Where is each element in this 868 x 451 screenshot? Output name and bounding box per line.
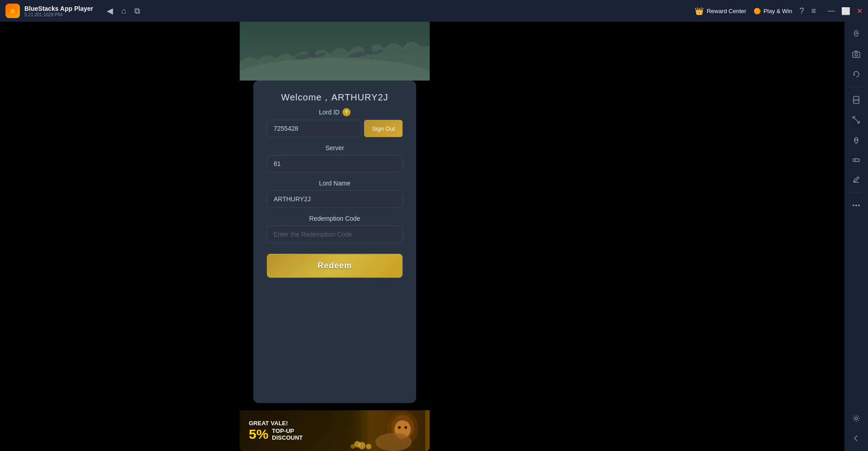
play-win-icon: 🟠 <box>754 8 761 14</box>
server-label-row: Server <box>267 144 403 152</box>
svg-rect-26 <box>853 159 859 161</box>
sidebar-icon-6[interactable] <box>847 131 865 149</box>
sidebar-icon-settings[interactable] <box>847 409 865 427</box>
svg-point-21 <box>855 53 858 56</box>
app-version: 5.21.201.1029 P64 <box>24 12 93 17</box>
svg-point-12 <box>375 433 412 451</box>
banner-lion-image <box>330 410 430 451</box>
sign-out-button[interactable]: Sign Out <box>364 120 403 137</box>
svg-point-32 <box>855 417 858 420</box>
lion-svg <box>335 410 425 451</box>
lord-name-label-row: Lord Name <box>267 180 403 187</box>
back-button[interactable]: ◀ <box>107 6 113 16</box>
titlebar: BlueStacks App Player 5.21.201.1029 P64 … <box>0 0 868 22</box>
game-wrapper: Welcome，ARTHURY2J Lord ID ? Sign Out Ser… <box>240 22 430 451</box>
left-panel <box>0 22 240 451</box>
sidebar-icon-8[interactable] <box>847 171 865 189</box>
sidebar-icon-1[interactable] <box>847 25 865 43</box>
lord-id-help-icon[interactable]: ? <box>342 108 351 116</box>
play-win-label: Play & Win <box>764 8 792 14</box>
lord-id-input-row: Sign Out <box>267 120 403 137</box>
titlebar-right: 👑 Reward Center 🟠 Play & Win ? ≡ — ⬜ ✕ <box>695 6 863 16</box>
reward-center-label: Reward Center <box>707 8 746 14</box>
sidebar-icon-2[interactable] <box>847 45 865 63</box>
sidebar-icon-7[interactable] <box>847 151 865 169</box>
banner-text: GREAT VALE! 5% TOP-UP DISCOUNT <box>240 420 312 442</box>
svg-point-14 <box>354 441 360 447</box>
header-silhouette-svg <box>240 22 430 81</box>
main-area: Welcome，ARTHURY2J Lord ID ? Sign Out Ser… <box>0 22 868 451</box>
svg-point-15 <box>366 444 371 449</box>
sidebar-icon-back[interactable] <box>847 429 865 447</box>
svg-point-25 <box>855 138 858 140</box>
svg-point-29 <box>853 204 854 206</box>
reward-center-button[interactable]: 👑 Reward Center <box>695 7 746 15</box>
lord-id-input[interactable] <box>267 120 361 137</box>
banner-percent: 5% <box>249 427 268 442</box>
lord-id-label: Lord ID <box>319 109 340 116</box>
server-label: Server <box>325 144 344 152</box>
titlebar-left: BlueStacks App Player 5.21.201.1029 P64 … <box>5 4 695 18</box>
game-inner: Welcome，ARTHURY2J Lord ID ? Sign Out Ser… <box>240 22 430 451</box>
svg-rect-20 <box>853 52 860 57</box>
svg-point-30 <box>855 204 857 206</box>
sidebar-icon-3[interactable] <box>847 65 865 83</box>
redeem-button[interactable]: Redeem <box>267 254 403 278</box>
window-controls: — ⬜ ✕ <box>828 7 863 15</box>
server-input[interactable] <box>267 155 403 172</box>
sidebar-icon-more[interactable] <box>847 196 865 214</box>
svg-point-11 <box>404 426 407 429</box>
app-name-block: BlueStacks App Player 5.21.201.1029 P64 <box>24 5 93 17</box>
sidebar-icon-4[interactable]: APK <box>847 91 865 109</box>
svg-point-31 <box>858 204 860 206</box>
help-button[interactable]: ? <box>799 6 804 16</box>
sidebar-divider-2 <box>849 192 863 193</box>
redemption-code-label-row: Redemption Code <box>267 215 403 222</box>
svg-point-10 <box>398 426 401 429</box>
right-sidebar: APK <box>844 22 868 451</box>
menu-button[interactable]: ≡ <box>811 6 816 16</box>
lord-name-input[interactable] <box>267 190 403 208</box>
svg-text:APK: APK <box>853 99 860 102</box>
app-name: BlueStacks App Player <box>24 5 93 12</box>
lord-id-label-row: Lord ID ? <box>267 108 403 116</box>
game-header <box>240 22 430 81</box>
svg-point-16 <box>351 444 355 449</box>
form-card: Welcome，ARTHURY2J Lord ID ? Sign Out Ser… <box>253 81 416 403</box>
promo-banner[interactable]: GREAT VALE! 5% TOP-UP DISCOUNT <box>240 410 430 451</box>
play-win-button[interactable]: 🟠 Play & Win <box>754 8 792 14</box>
redemption-code-input[interactable] <box>267 226 403 243</box>
reward-crown-icon: 👑 <box>695 7 704 15</box>
redemption-code-label: Redemption Code <box>309 215 360 222</box>
welcome-text: Welcome，ARTHURY2J <box>267 91 403 104</box>
banner-discount: DISCOUNT <box>272 434 303 441</box>
banner-topup: TOP-UP <box>272 427 303 434</box>
close-button[interactable]: ✕ <box>857 7 863 15</box>
svg-line-24 <box>853 117 859 123</box>
maximize-button[interactable]: ⬜ <box>841 7 850 15</box>
banner-great-text: GREAT <box>249 420 269 427</box>
minimize-button[interactable]: — <box>828 7 835 15</box>
sidebar-icon-5[interactable] <box>847 111 865 129</box>
banner-value-prefix: VALE! <box>271 420 288 427</box>
sidebar-divider-1 <box>849 87 863 87</box>
home-button[interactable]: ⌂ <box>121 6 126 16</box>
bluestacks-logo <box>5 4 20 18</box>
lord-name-label: Lord Name <box>319 180 350 187</box>
titlebar-nav: ◀ ⌂ ⧉ <box>107 6 140 16</box>
tab-button[interactable]: ⧉ <box>134 6 140 16</box>
